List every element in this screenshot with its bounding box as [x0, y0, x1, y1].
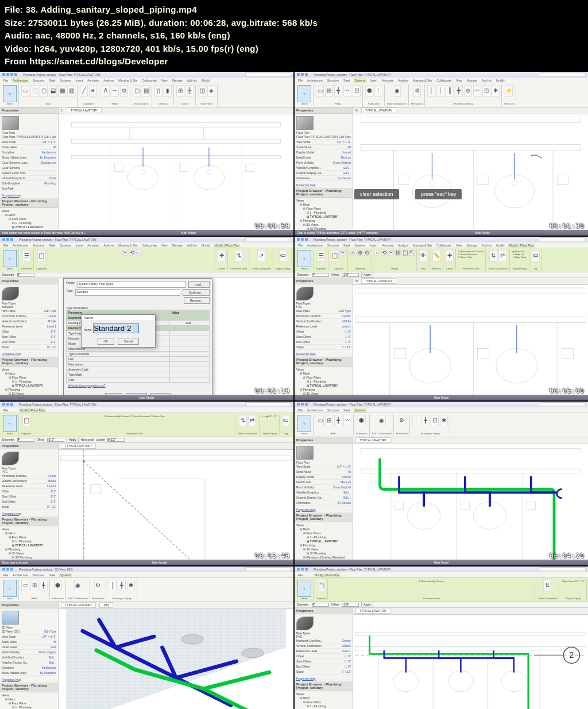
svg-rect-38 [562, 348, 573, 359]
svg-rect-28 [558, 175, 568, 184]
svg-point-34 [409, 348, 451, 383]
frame-3: Plumbing Project_sanitary - Floor Plan: … [0, 237, 293, 400]
svg-point-57 [181, 634, 203, 644]
svg-rect-54 [527, 502, 535, 509]
frame-8: Plumbing Project_sanitary - Floor Plan: … [295, 567, 588, 710]
frame-5: Plumbing Project_sanitary - Floor Plan: … [0, 402, 293, 565]
svg-line-42 [84, 461, 194, 562]
svg-rect-37 [478, 348, 489, 359]
svg-point-65 [393, 671, 419, 691]
svg-point-24 [495, 175, 535, 207]
svg-point-10 [194, 165, 225, 190]
frame-2: Plumbing Project_sanitary - Floor Plan: … [295, 72, 588, 236]
svg-point-44 [83, 460, 85, 463]
svg-point-66 [448, 671, 473, 691]
quick-access-toolbar[interactable]: Plumbing Project_sanitary - Floor Plan: … [0, 72, 293, 78]
svg-point-9 [141, 169, 145, 174]
svg-rect-30 [355, 317, 586, 322]
svg-rect-27 [477, 175, 488, 184]
svg-rect-12 [114, 164, 123, 171]
svg-rect-39 [61, 456, 292, 460]
svg-rect-36 [394, 348, 406, 359]
svg-rect-1 [72, 139, 281, 144]
svg-rect-18 [361, 144, 581, 150]
properties-help-link[interactable]: Properties help [0, 192, 58, 198]
svg-rect-26 [398, 175, 409, 184]
ribbon[interactable]: ↖Select ▭⬚▢⬓▦▥Build ╱≡Circulation A─⧉Mod… [0, 83, 293, 107]
frame-4: Plumbing Project_sanitary - Floor Plan: … [295, 237, 588, 400]
ribbon-systems[interactable]: ↖Select ▭⊞╋〰⊡HVAC ⬢⋮Fabrication ◉P&ID Co… [295, 83, 588, 107]
svg-point-11 [207, 169, 211, 174]
svg-rect-59 [355, 632, 586, 635]
name-dialog[interactable]: Name Name: OKCancel [81, 314, 156, 348]
search-input[interactable] [245, 72, 291, 76]
svg-rect-52 [394, 502, 403, 509]
svg-rect-13 [179, 164, 188, 171]
preview-thumb [2, 116, 19, 130]
svg-point-67 [501, 671, 527, 691]
svg-point-8 [127, 165, 158, 190]
svg-marker-56 [66, 609, 286, 710]
drawing-canvas[interactable]: ↻TYPICAL LAVATORY [59, 107, 293, 230]
timestamp: 00:00:50 [255, 222, 290, 230]
svg-point-23 [430, 180, 435, 186]
svg-rect-60 [355, 646, 586, 650]
frame-6: Plumbing Project_sanitary - Floor Plan: … [295, 402, 588, 565]
svg-rect-46 [361, 469, 581, 473]
modify-button[interactable]: ↖ [3, 85, 17, 102]
media-info-header: File: 38. Adding_sanitary_sloped_piping.… [0, 0, 588, 72]
frame-1: Plumbing Project_sanitary - Floor Plan: … [0, 72, 293, 236]
svg-point-58 [242, 648, 264, 657]
svg-rect-0 [72, 122, 281, 127]
properties-title: Properties [0, 107, 58, 114]
svg-rect-14 [245, 164, 254, 171]
type-properties-dialog[interactable]: Family:System Family: Pipe TypesLoad... … [63, 278, 212, 400]
status-bar: Hold button and move mouse to Scroll the… [0, 230, 293, 236]
svg-point-25 [512, 180, 517, 186]
overlay-clear-selection: clear selection [354, 189, 399, 199]
overlay-press-esc: press "esc" key [415, 189, 462, 199]
svg-rect-41 [91, 484, 101, 494]
svg-point-35 [496, 348, 537, 383]
svg-rect-29 [355, 288, 586, 294]
svg-rect-53 [461, 502, 469, 509]
left-sidebar: Properties Floor Plan Floor Plan: TYPICA… [0, 107, 59, 230]
svg-rect-45 [361, 448, 581, 453]
frame-7: Plumbing Project_sanitary - 3D View: {3D… [0, 567, 293, 710]
ribbon-tabs[interactable]: FileArchitectureStructureSteelSystemsIns… [0, 78, 293, 83]
svg-rect-17 [361, 117, 581, 122]
thumbnail-grid: Plumbing Project_sanitary - Floor Plan: … [0, 72, 588, 710]
browser-title: Project Browser - Plumbing Project_sanit… [0, 198, 58, 208]
